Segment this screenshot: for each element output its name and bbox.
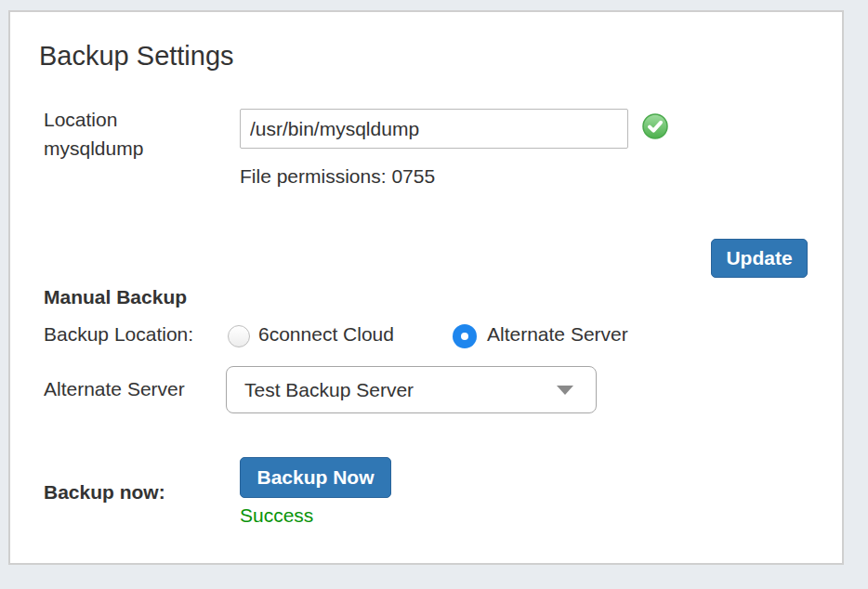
backup-location-label: Backup Location:: [44, 323, 193, 346]
backup-now-button[interactable]: Backup Now: [240, 457, 391, 498]
radio-6connect-cloud[interactable]: [228, 325, 250, 347]
radio-6connect-cloud-label[interactable]: 6connect Cloud: [258, 323, 394, 346]
valid-check-icon: [642, 113, 668, 139]
chevron-down-icon: [557, 386, 573, 395]
manual-backup-heading: Manual Backup: [44, 286, 187, 308]
mysqldump-path-input[interactable]: [240, 109, 628, 149]
page-title: Backup Settings: [39, 41, 234, 72]
alternate-server-select[interactable]: Test Backup Server: [226, 366, 597, 413]
file-permissions-note: File permissions: 0755: [240, 165, 435, 188]
backup-settings-panel: Backup Settings Location mysqldump File …: [8, 10, 844, 565]
backup-status-success: Success: [240, 504, 313, 527]
radio-alternate-server[interactable]: [453, 324, 477, 348]
update-button[interactable]: Update: [711, 239, 808, 278]
alternate-server-label: Alternate Server: [44, 378, 185, 400]
mysqldump-location-label: Location mysqldump: [44, 105, 206, 163]
radio-alternate-server-label[interactable]: Alternate Server: [487, 323, 628, 346]
alternate-server-selected-value: Test Backup Server: [227, 379, 557, 401]
backup-now-label: Backup now:: [44, 481, 165, 504]
